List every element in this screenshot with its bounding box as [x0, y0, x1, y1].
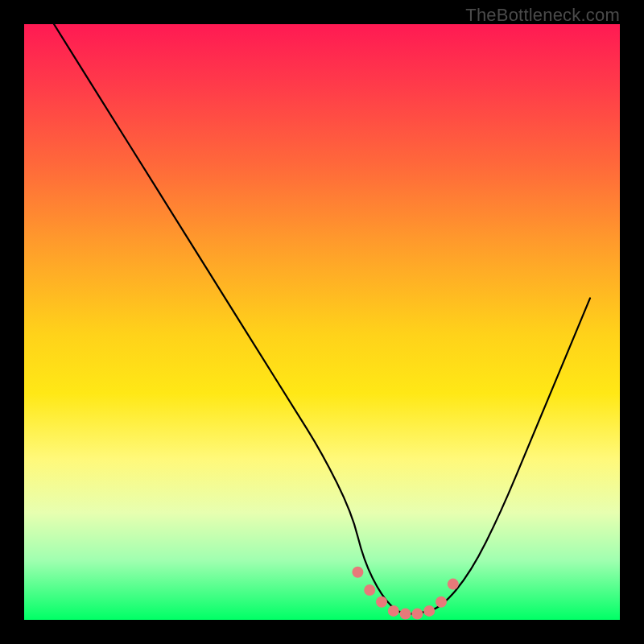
chart-frame: TheBottleneck.com [0, 0, 644, 644]
highlight-dot [448, 579, 459, 590]
bottleneck-curve [54, 24, 590, 614]
highlight-dot [376, 597, 387, 608]
curve-layer [24, 24, 620, 620]
highlight-dot [388, 605, 399, 617]
low-bottleneck-markers [352, 567, 458, 620]
credit-text: TheBottleneck.com [465, 5, 620, 26]
highlight-dot [352, 567, 363, 578]
highlight-dot [411, 609, 423, 620]
highlight-dot [364, 584, 375, 596]
highlight-dot [400, 609, 411, 620]
highlight-dot [436, 597, 447, 608]
highlight-dot [423, 605, 435, 617]
plot-area [24, 24, 620, 620]
